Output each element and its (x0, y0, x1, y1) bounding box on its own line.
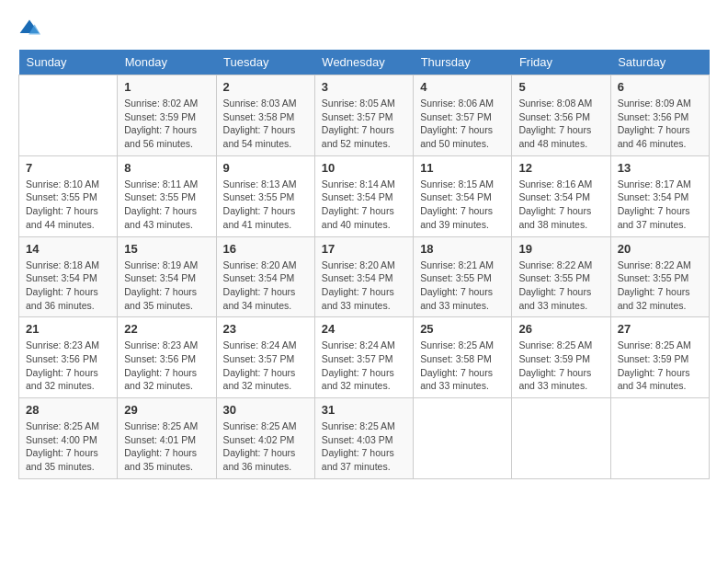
day-number: 7 (26, 161, 110, 175)
day-number: 5 (518, 80, 603, 94)
calendar-cell: 31Sunrise: 8:25 AM Sunset: 4:03 PM Dayli… (314, 398, 413, 479)
week-row-5: 28Sunrise: 8:25 AM Sunset: 4:00 PM Dayli… (19, 398, 710, 479)
day-number: 18 (420, 242, 505, 256)
header-wednesday: Wednesday (314, 50, 413, 75)
cell-content: Sunrise: 8:17 AM Sunset: 3:54 PM Dayligh… (618, 178, 702, 232)
cell-content: Sunrise: 8:24 AM Sunset: 3:57 PM Dayligh… (322, 339, 406, 393)
cell-content: Sunrise: 8:25 AM Sunset: 3:59 PM Dayligh… (618, 339, 702, 393)
day-number: 17 (322, 242, 406, 256)
calendar-cell (512, 398, 610, 479)
calendar-cell: 17Sunrise: 8:20 AM Sunset: 3:54 PM Dayli… (314, 236, 413, 317)
calendar-cell: 25Sunrise: 8:25 AM Sunset: 3:58 PM Dayli… (414, 317, 512, 398)
cell-content: Sunrise: 8:20 AM Sunset: 3:54 PM Dayligh… (223, 259, 308, 313)
day-number: 13 (618, 161, 702, 175)
calendar-cell: 3Sunrise: 8:05 AM Sunset: 3:57 PM Daylig… (314, 75, 413, 156)
calendar-cell: 4Sunrise: 8:06 AM Sunset: 3:57 PM Daylig… (414, 75, 512, 156)
cell-content: Sunrise: 8:21 AM Sunset: 3:55 PM Dayligh… (420, 259, 505, 313)
day-number: 8 (124, 161, 209, 175)
calendar-cell: 2Sunrise: 8:03 AM Sunset: 3:58 PM Daylig… (216, 75, 314, 156)
calendar-body: 1Sunrise: 8:02 AM Sunset: 3:59 PM Daylig… (19, 75, 710, 479)
week-row-1: 1Sunrise: 8:02 AM Sunset: 3:59 PM Daylig… (19, 75, 710, 156)
header-monday: Monday (118, 50, 216, 75)
cell-content: Sunrise: 8:16 AM Sunset: 3:54 PM Dayligh… (518, 178, 603, 232)
calendar-cell: 1Sunrise: 8:02 AM Sunset: 3:59 PM Daylig… (118, 75, 216, 156)
calendar-header: SundayMondayTuesdayWednesdayThursdayFrid… (19, 50, 710, 75)
calendar-cell: 19Sunrise: 8:22 AM Sunset: 3:55 PM Dayli… (512, 236, 610, 317)
week-row-4: 21Sunrise: 8:23 AM Sunset: 3:56 PM Dayli… (19, 317, 710, 398)
cell-content: Sunrise: 8:20 AM Sunset: 3:54 PM Dayligh… (322, 259, 406, 313)
calendar-cell: 6Sunrise: 8:09 AM Sunset: 3:56 PM Daylig… (610, 75, 709, 156)
day-number: 21 (26, 322, 110, 336)
page-header (18, 18, 710, 40)
cell-content: Sunrise: 8:25 AM Sunset: 4:03 PM Dayligh… (322, 419, 406, 474)
day-number: 27 (618, 322, 702, 336)
cell-content: Sunrise: 8:08 AM Sunset: 3:56 PM Dayligh… (518, 97, 603, 151)
cell-content: Sunrise: 8:09 AM Sunset: 3:56 PM Dayligh… (618, 97, 702, 151)
header-row: SundayMondayTuesdayWednesdayThursdayFrid… (19, 50, 710, 75)
header-tuesday: Tuesday (216, 50, 314, 75)
day-number: 31 (322, 403, 406, 417)
cell-content: Sunrise: 8:19 AM Sunset: 3:54 PM Dayligh… (124, 259, 209, 313)
day-number: 30 (223, 403, 308, 417)
day-number: 28 (26, 403, 110, 417)
calendar-table: SundayMondayTuesdayWednesdayThursdayFrid… (18, 50, 710, 479)
calendar-cell: 7Sunrise: 8:10 AM Sunset: 3:55 PM Daylig… (19, 155, 118, 236)
calendar-cell: 8Sunrise: 8:11 AM Sunset: 3:55 PM Daylig… (118, 155, 216, 236)
cell-content: Sunrise: 8:25 AM Sunset: 4:01 PM Dayligh… (124, 419, 209, 474)
calendar-cell: 18Sunrise: 8:21 AM Sunset: 3:55 PM Dayli… (414, 236, 512, 317)
cell-content: Sunrise: 8:18 AM Sunset: 3:54 PM Dayligh… (26, 259, 110, 313)
header-thursday: Thursday (414, 50, 512, 75)
day-number: 4 (420, 80, 505, 94)
calendar-cell: 20Sunrise: 8:22 AM Sunset: 3:55 PM Dayli… (610, 236, 709, 317)
calendar-cell: 26Sunrise: 8:25 AM Sunset: 3:59 PM Dayli… (512, 317, 610, 398)
cell-content: Sunrise: 8:13 AM Sunset: 3:55 PM Dayligh… (223, 178, 308, 232)
day-number: 26 (518, 322, 603, 336)
day-number: 14 (26, 242, 110, 256)
calendar-cell: 9Sunrise: 8:13 AM Sunset: 3:55 PM Daylig… (216, 155, 314, 236)
cell-content: Sunrise: 8:05 AM Sunset: 3:57 PM Dayligh… (322, 97, 406, 151)
cell-content: Sunrise: 8:25 AM Sunset: 4:00 PM Dayligh… (26, 419, 110, 474)
day-number: 19 (518, 242, 603, 256)
cell-content: Sunrise: 8:24 AM Sunset: 3:57 PM Dayligh… (223, 339, 308, 393)
cell-content: Sunrise: 8:06 AM Sunset: 3:57 PM Dayligh… (420, 97, 505, 151)
cell-content: Sunrise: 8:14 AM Sunset: 3:54 PM Dayligh… (322, 178, 406, 232)
cell-content: Sunrise: 8:22 AM Sunset: 3:55 PM Dayligh… (618, 259, 702, 313)
calendar-cell: 14Sunrise: 8:18 AM Sunset: 3:54 PM Dayli… (19, 236, 118, 317)
calendar-cell (414, 398, 512, 479)
header-saturday: Saturday (610, 50, 709, 75)
day-number: 23 (223, 322, 308, 336)
day-number: 6 (618, 80, 702, 94)
cell-content: Sunrise: 8:11 AM Sunset: 3:55 PM Dayligh… (124, 178, 209, 232)
calendar-cell: 13Sunrise: 8:17 AM Sunset: 3:54 PM Dayli… (610, 155, 709, 236)
logo (18, 18, 44, 40)
calendar-cell: 16Sunrise: 8:20 AM Sunset: 3:54 PM Dayli… (216, 236, 314, 317)
day-number: 10 (322, 161, 406, 175)
calendar-cell: 22Sunrise: 8:23 AM Sunset: 3:56 PM Dayli… (118, 317, 216, 398)
cell-content: Sunrise: 8:22 AM Sunset: 3:55 PM Dayligh… (518, 259, 603, 313)
day-number: 16 (223, 242, 308, 256)
calendar-cell: 5Sunrise: 8:08 AM Sunset: 3:56 PM Daylig… (512, 75, 610, 156)
day-number: 20 (618, 242, 702, 256)
calendar-cell: 28Sunrise: 8:25 AM Sunset: 4:00 PM Dayli… (19, 398, 118, 479)
day-number: 24 (322, 322, 406, 336)
calendar-cell (610, 398, 709, 479)
cell-content: Sunrise: 8:15 AM Sunset: 3:54 PM Dayligh… (420, 178, 505, 232)
cell-content: Sunrise: 8:25 AM Sunset: 4:02 PM Dayligh… (223, 419, 308, 474)
day-number: 25 (420, 322, 505, 336)
calendar-cell: 29Sunrise: 8:25 AM Sunset: 4:01 PM Dayli… (118, 398, 216, 479)
cell-content: Sunrise: 8:03 AM Sunset: 3:58 PM Dayligh… (223, 97, 308, 151)
week-row-3: 14Sunrise: 8:18 AM Sunset: 3:54 PM Dayli… (19, 236, 710, 317)
calendar-cell: 21Sunrise: 8:23 AM Sunset: 3:56 PM Dayli… (19, 317, 118, 398)
calendar-cell: 27Sunrise: 8:25 AM Sunset: 3:59 PM Dayli… (610, 317, 709, 398)
calendar-cell: 10Sunrise: 8:14 AM Sunset: 3:54 PM Dayli… (314, 155, 413, 236)
logo-icon (18, 18, 40, 40)
header-friday: Friday (512, 50, 610, 75)
day-number: 11 (420, 161, 505, 175)
day-number: 2 (223, 80, 308, 94)
day-number: 22 (124, 322, 209, 336)
header-sunday: Sunday (19, 50, 118, 75)
cell-content: Sunrise: 8:23 AM Sunset: 3:56 PM Dayligh… (124, 339, 209, 393)
calendar-cell: 23Sunrise: 8:24 AM Sunset: 3:57 PM Dayli… (216, 317, 314, 398)
cell-content: Sunrise: 8:25 AM Sunset: 3:58 PM Dayligh… (420, 339, 505, 393)
calendar-cell: 30Sunrise: 8:25 AM Sunset: 4:02 PM Dayli… (216, 398, 314, 479)
